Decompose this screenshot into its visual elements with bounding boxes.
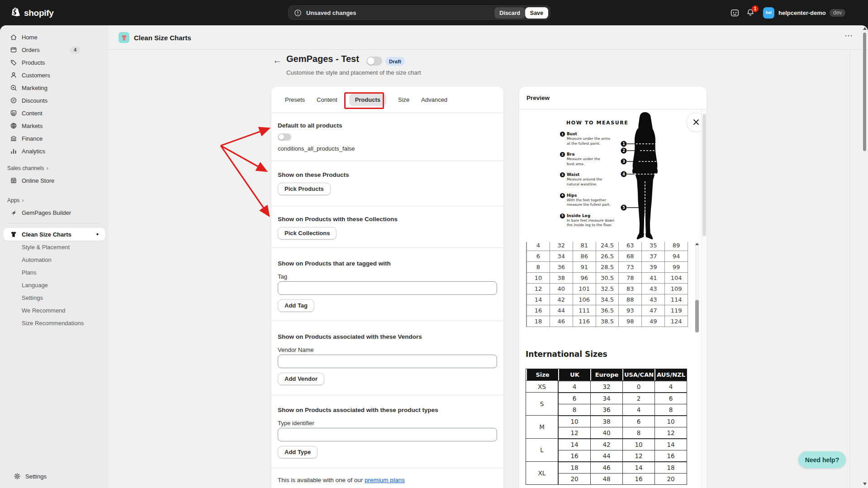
- publish-toggle[interactable]: [366, 57, 382, 66]
- sidebar-subitem[interactable]: We Recommend: [4, 304, 105, 317]
- sales-channels-section[interactable]: Sales channels›: [0, 165, 109, 171]
- scrollbar-thumb[interactable]: [695, 300, 699, 332]
- sidebar-item[interactable]: Discounts: [4, 94, 105, 107]
- step-number: 2: [560, 152, 565, 157]
- sidebar-item-label: Clean Size Charts: [22, 231, 71, 238]
- sidebar-subitem[interactable]: Automation: [4, 253, 105, 266]
- shopify-logo[interactable]: shopify: [10, 6, 53, 19]
- inbox-icon[interactable]: [730, 8, 740, 18]
- table-cell: 6: [655, 393, 687, 404]
- premium-plans-link[interactable]: premium plans: [365, 477, 405, 483]
- table-row: 164411136.59347119: [526, 305, 688, 316]
- svg-text:2: 2: [622, 149, 625, 153]
- sidebar-subitem[interactable]: Plans: [4, 266, 105, 279]
- window-scrollbar[interactable]: [862, 25, 868, 488]
- sidebar-item-label: Orders: [22, 47, 40, 53]
- active-dot: •: [96, 231, 99, 238]
- sidebar-item-clean-size-charts[interactable]: Clean Size Charts •: [4, 228, 105, 241]
- pick-products-button[interactable]: Pick Products: [278, 183, 331, 195]
- table-row: 124010132.58343109: [526, 283, 688, 294]
- body-silhouette: 1 2 3 4 5: [618, 111, 675, 241]
- table-cell: 43: [641, 284, 664, 294]
- sidebar-item[interactable]: Orders 4: [4, 43, 105, 56]
- add-tag-button[interactable]: Add Tag: [278, 299, 314, 312]
- table-cell: 41: [641, 273, 664, 283]
- table-scrollbar[interactable]: [695, 242, 699, 332]
- plan-footer: This is available with one of our premiu…: [271, 468, 503, 488]
- sidebar-item[interactable]: Products: [4, 56, 105, 69]
- account-avatar[interactable]: hel: [763, 7, 774, 19]
- sidebar-item[interactable]: Home: [4, 31, 105, 43]
- table-cell: 4: [655, 381, 687, 392]
- back-button[interactable]: ←: [273, 55, 282, 66]
- table-cell: 26.5: [596, 251, 619, 261]
- preview-scrollbar[interactable]: [701, 109, 707, 488]
- measurement-table[interactable]: 4328124.5633589 6348626.5683794 8369128.…: [526, 242, 688, 329]
- scrollbar-thumb[interactable]: [702, 114, 706, 236]
- sidebar-item-gempages-builder[interactable]: GemPages Builder: [4, 206, 105, 219]
- table-cell: 4: [558, 381, 590, 392]
- apps-section[interactable]: Apps›: [0, 197, 109, 204]
- table-row: 14421014: [558, 439, 687, 450]
- table-cell: 111: [573, 305, 596, 316]
- tab-item[interactable]: Size: [398, 96, 409, 103]
- how-to-measure-image: HOW TO MEASURE 1 Bust Measure under the …: [526, 111, 695, 241]
- add-vendor-button[interactable]: Add Vendor: [278, 373, 324, 385]
- sidebar-subitem[interactable]: Settings: [4, 291, 105, 304]
- scrollbar-thumb[interactable]: [863, 33, 866, 151]
- sidebar-item-label: Home: [22, 34, 38, 41]
- status-text: Unsaved changes: [306, 9, 356, 16]
- tab-item[interactable]: Products: [349, 94, 386, 106]
- sidebar-item-online-store[interactable]: Online Store: [4, 174, 105, 187]
- marketing-icon: [10, 84, 17, 91]
- tag-input[interactable]: [278, 281, 497, 295]
- table-cell: 2: [622, 393, 655, 404]
- notifications-bell-icon[interactable]: 1: [746, 8, 755, 17]
- markets-icon: [10, 122, 17, 129]
- table-row: 8369128.5733999: [526, 261, 688, 272]
- save-button[interactable]: Save: [525, 7, 548, 19]
- table-cell: 12: [622, 450, 655, 461]
- sidebar-divider: [7, 223, 101, 223]
- sidebar-item[interactable]: Markets: [4, 119, 105, 132]
- sidebar-item[interactable]: Marketing: [4, 81, 105, 94]
- type-input[interactable]: [278, 428, 497, 441]
- scroll-down-arrow[interactable]: [863, 483, 867, 485]
- sidebar-item-settings[interactable]: Settings: [7, 470, 101, 483]
- tab-item[interactable]: Advanced: [421, 96, 447, 103]
- sidebar-subitem[interactable]: Language: [4, 279, 105, 291]
- table-cell: 99: [664, 262, 688, 272]
- sidebar-subitem[interactable]: Size Recommendations: [4, 317, 105, 329]
- need-help-button[interactable]: Need help?: [798, 451, 846, 468]
- sidebar-item-label: Products: [22, 59, 45, 66]
- default-products-toggle[interactable]: [278, 133, 291, 141]
- sidebar-item[interactable]: Customers: [4, 69, 105, 81]
- type-section: Show on Products associated with these p…: [271, 395, 503, 468]
- more-actions-button[interactable]: ⋯: [844, 31, 854, 41]
- tab-item[interactable]: Content: [317, 96, 337, 103]
- table-row: 16441216: [558, 450, 687, 461]
- tab-item[interactable]: Presets: [285, 96, 305, 103]
- scroll-up-arrow[interactable]: [863, 27, 867, 30]
- vendor-input[interactable]: [278, 355, 497, 368]
- pick-collections-button[interactable]: Pick Collections: [278, 227, 337, 240]
- account-name[interactable]: helpcenter-demo: [778, 9, 826, 16]
- sidebar-item[interactable]: Analytics: [4, 145, 105, 157]
- table-row: 4328124.5633589: [526, 242, 688, 251]
- table-cell: 35: [641, 242, 664, 251]
- table-cell: 0: [622, 381, 655, 392]
- sidebar-item[interactable]: Finance: [4, 132, 105, 145]
- discard-button[interactable]: Discard: [494, 7, 525, 19]
- table-cell: 38: [550, 273, 573, 283]
- table-cell: 6: [526, 251, 550, 261]
- table-cell: 42: [550, 294, 573, 305]
- sidebar-item[interactable]: Content: [4, 107, 105, 119]
- add-type-button[interactable]: Add Type: [278, 446, 318, 459]
- sidebar-subitem[interactable]: Style & Placement: [4, 241, 105, 253]
- table-cell: 34.5: [596, 294, 619, 305]
- table-cell: 96: [573, 273, 596, 283]
- table-cell: 101: [573, 284, 596, 294]
- condition-caption: conditions_all_products_false: [278, 145, 497, 152]
- scroll-up-arrow[interactable]: [695, 243, 699, 245]
- table-cell: 124: [664, 316, 688, 327]
